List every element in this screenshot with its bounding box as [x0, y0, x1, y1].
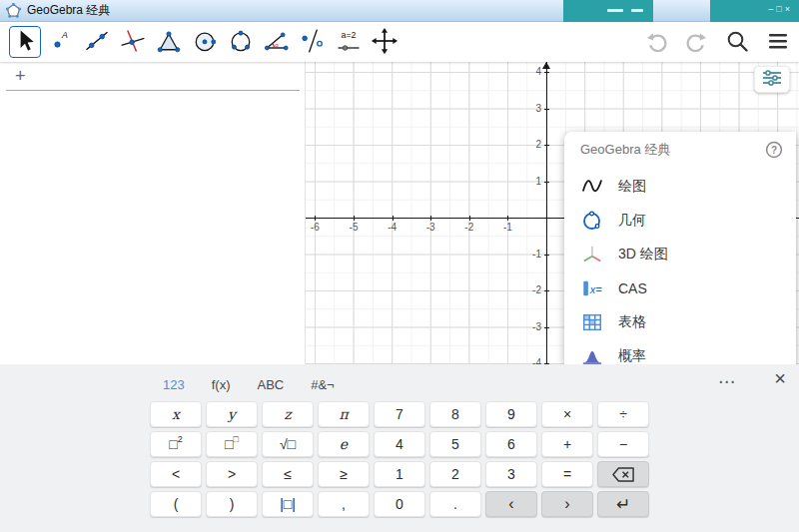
key-6[interactable]: 6: [485, 431, 537, 457]
tool-move[interactable]: [9, 26, 41, 58]
menu-item-3d[interactable]: 3D 绘图: [564, 238, 796, 271]
y-axis-tick: [544, 255, 549, 256]
menu-item-probability[interactable]: 概率: [564, 339, 796, 364]
key-less-than[interactable]: <: [150, 461, 202, 487]
move-cursor-icon: [11, 27, 39, 58]
kb-tab-123[interactable]: 123: [163, 377, 185, 392]
add-expression-icon[interactable]: +: [15, 67, 26, 85]
zoom-button[interactable]: [725, 29, 749, 56]
key-5[interactable]: 5: [429, 431, 481, 457]
key-x[interactable]: x: [150, 401, 202, 427]
redo-icon: [685, 29, 708, 55]
toolbar-right-group: [645, 29, 790, 56]
menu-item-label: 绘图: [618, 178, 646, 196]
menu-item-cas[interactable]: x= CAS: [564, 271, 796, 305]
key-4[interactable]: 4: [374, 431, 425, 457]
graphics-settings-button[interactable]: [754, 66, 790, 93]
key-greater-than[interactable]: >: [206, 461, 258, 487]
key-left-arrow[interactable]: ‹: [485, 491, 537, 517]
key-2[interactable]: 2: [429, 461, 481, 487]
kb-tab-fx[interactable]: f(x): [212, 377, 231, 392]
kb-tab-abc[interactable]: ABC: [257, 377, 284, 392]
key-z[interactable]: z: [262, 401, 314, 427]
key-sqrt[interactable]: √□: [262, 431, 314, 457]
x-axis-tick: [430, 216, 431, 221]
key-backspace[interactable]: [597, 461, 649, 487]
y-tick-label: 1: [519, 176, 541, 187]
menu-item-geometry[interactable]: 几何: [564, 204, 796, 238]
background-window: –□×: [710, 0, 799, 22]
x-tick-label: -6: [311, 222, 320, 233]
key-multiply[interactable]: ×: [541, 401, 593, 427]
hamburger-menu-icon: [766, 29, 790, 56]
tool-special-line[interactable]: [117, 26, 149, 58]
tool-slider[interactable]: a=2: [333, 26, 365, 58]
key-comma[interactable]: ,: [318, 491, 370, 517]
redo-button[interactable]: [685, 29, 708, 55]
background-window: [563, 0, 653, 22]
y-axis-tick: [544, 72, 549, 73]
window-title: GeoGebra 经典: [27, 2, 110, 19]
key-y[interactable]: y: [206, 401, 258, 427]
probability-icon: [581, 345, 603, 364]
x-axis-tick: [469, 216, 470, 221]
key-divide[interactable]: ÷: [597, 401, 649, 427]
key-7[interactable]: 7: [374, 401, 425, 427]
tool-move-view[interactable]: [369, 26, 400, 58]
y-axis-arrow: [542, 62, 550, 69]
key-equals[interactable]: =: [541, 461, 593, 487]
search-icon: [725, 29, 749, 56]
key-9[interactable]: 9: [485, 401, 537, 427]
tool-line[interactable]: [81, 26, 113, 58]
key-pi[interactable]: π: [318, 401, 370, 427]
key-paren-right[interactable]: ): [206, 491, 258, 517]
kb-close-button[interactable]: ×: [774, 368, 786, 388]
key-0[interactable]: 0: [374, 491, 425, 517]
key-1[interactable]: 1: [374, 461, 425, 487]
tool-reflect[interactable]: [297, 26, 329, 58]
geogebra-window: GeoGebra 经典 –□× A: [0, 0, 799, 532]
key-less-equal[interactable]: ≤: [262, 461, 314, 487]
key-decimal[interactable]: .: [429, 491, 481, 517]
undo-button[interactable]: [645, 29, 668, 55]
svg-text:α: α: [275, 40, 279, 47]
kb-more-button[interactable]: ⋯: [718, 371, 735, 392]
key-3[interactable]: 3: [485, 461, 537, 487]
key-paren-left[interactable]: (: [150, 491, 202, 517]
backspace-icon: [612, 467, 634, 482]
main-menu-button[interactable]: [766, 29, 790, 56]
undo-icon: [645, 29, 668, 55]
svg-text:A: A: [61, 30, 68, 40]
toolbar: A: [0, 22, 799, 62]
key-minus[interactable]: −: [597, 431, 649, 457]
angle-icon: α: [263, 27, 291, 58]
key-right-arrow[interactable]: ›: [541, 491, 593, 517]
tool-point[interactable]: A: [45, 26, 77, 58]
app-menu-header: GeoGebra 经典 ?: [564, 132, 796, 168]
menu-item-graphing[interactable]: 绘图: [564, 170, 796, 204]
tool-circle[interactable]: [189, 26, 221, 58]
key-power[interactable]: □□: [206, 431, 258, 457]
key-enter[interactable]: ↵: [597, 491, 649, 517]
y-tick-label: -3: [519, 321, 541, 332]
background-window-decoration: [631, 9, 643, 12]
y-axis-tick: [544, 145, 549, 146]
key-square[interactable]: □2: [150, 431, 202, 457]
algebra-input-row[interactable]: +: [6, 62, 300, 91]
app-menu-title: GeoGebra 经典: [580, 141, 670, 159]
algebra-panel: +: [0, 62, 306, 364]
menu-item-spreadsheet[interactable]: 表格: [564, 305, 796, 339]
kb-tab-symbols[interactable]: #&¬: [311, 377, 335, 392]
x-tick-label: -4: [388, 222, 397, 233]
key-abs[interactable]: |□|: [262, 491, 314, 517]
key-plus[interactable]: +: [541, 431, 593, 457]
help-icon[interactable]: ?: [765, 141, 783, 159]
key-e[interactable]: e: [318, 431, 370, 457]
svg-text:x=: x=: [589, 283, 603, 295]
key-greater-equal[interactable]: ≥: [318, 461, 370, 487]
tool-angle[interactable]: α: [261, 26, 293, 58]
tool-polygon[interactable]: [153, 26, 185, 58]
x-axis-tick: [354, 216, 355, 221]
tool-conic[interactable]: [225, 26, 257, 58]
key-8[interactable]: 8: [429, 401, 481, 427]
